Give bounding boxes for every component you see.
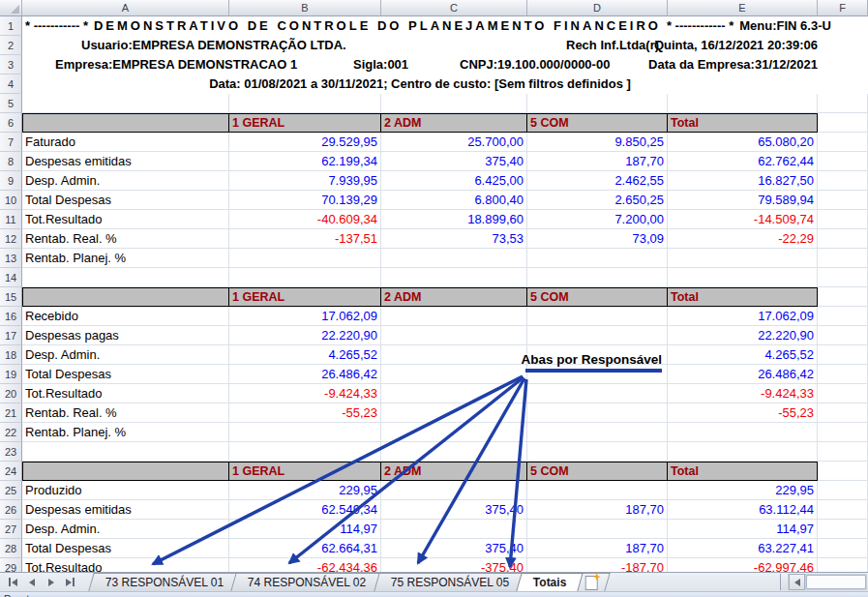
- row-number[interactable]: 5: [0, 94, 22, 113]
- row-label-cell[interactable]: Rentab. Real. %: [22, 403, 229, 423]
- cell[interactable]: [818, 152, 868, 171]
- band-header-cell[interactable]: 2 ADM: [381, 113, 527, 133]
- row-label-cell[interactable]: Recebido: [22, 307, 229, 326]
- cell[interactable]: [818, 462, 868, 481]
- value-cell[interactable]: -22,29: [668, 229, 818, 249]
- report-info-row[interactable]: Empresa:EMPRESA DEMONSTRACAO 1 Sigla:001…: [22, 55, 868, 75]
- row-number[interactable]: 2: [0, 36, 22, 55]
- row-label-cell[interactable]: Tot.Resultado: [22, 558, 229, 572]
- value-cell[interactable]: [381, 403, 527, 423]
- row-number[interactable]: 10: [0, 191, 22, 210]
- row-number[interactable]: 15: [0, 287, 22, 307]
- cell[interactable]: [229, 268, 381, 287]
- value-cell[interactable]: [527, 384, 668, 403]
- value-cell[interactable]: 62.664,31: [229, 539, 381, 558]
- band-header-cell[interactable]: Total: [668, 287, 818, 307]
- row-number[interactable]: 21: [0, 403, 22, 423]
- value-cell[interactable]: 4.265,52: [668, 345, 818, 365]
- value-cell[interactable]: 16.827,50: [668, 171, 818, 191]
- cell[interactable]: [818, 191, 868, 210]
- row-number[interactable]: 25: [0, 481, 22, 500]
- prev-sheet-button[interactable]: [23, 575, 41, 589]
- select-all-corner[interactable]: [0, 0, 22, 16]
- value-cell[interactable]: [668, 249, 818, 268]
- column-header-C[interactable]: C: [381, 0, 527, 16]
- cell[interactable]: [818, 113, 868, 133]
- cell[interactable]: [818, 365, 868, 384]
- band-header-cell[interactable]: 2 ADM: [381, 462, 527, 481]
- value-cell[interactable]: 7.939,95: [229, 171, 381, 191]
- row-label-cell[interactable]: Rentab. Planej. %: [22, 249, 229, 268]
- row-label-cell[interactable]: Desp. Admin.: [22, 171, 229, 191]
- band-header-cell[interactable]: [22, 113, 229, 133]
- row-label-cell[interactable]: Desp. Admin.: [22, 520, 229, 539]
- value-cell[interactable]: 26.486,42: [229, 365, 381, 384]
- sheet-tab[interactable]: Totais: [516, 573, 584, 591]
- value-cell[interactable]: 62.762,44: [668, 152, 818, 171]
- cell[interactable]: [818, 229, 868, 249]
- row-number[interactable]: 14: [0, 268, 22, 287]
- row-label-cell[interactable]: Desp. Admin.: [22, 345, 229, 365]
- row-number[interactable]: 1: [0, 16, 22, 36]
- row-label-cell[interactable]: Despesas emitidas: [22, 152, 229, 171]
- sheet-tab[interactable]: 73 RESPONSÁVEL 01: [88, 573, 241, 591]
- value-cell[interactable]: -137,51: [229, 229, 381, 249]
- cell[interactable]: [229, 442, 381, 462]
- value-cell[interactable]: 6.800,40: [381, 191, 527, 210]
- value-cell[interactable]: 65.080,20: [668, 133, 818, 152]
- value-cell[interactable]: [527, 365, 668, 384]
- row-label-cell[interactable]: Tot.Resultado: [22, 210, 229, 229]
- cell[interactable]: [229, 94, 381, 113]
- value-cell[interactable]: 22.220,90: [229, 326, 381, 345]
- cell[interactable]: [818, 94, 868, 113]
- cell[interactable]: [818, 171, 868, 191]
- report-info-row[interactable]: Data: 01/08/2021 a 30/11/2021; Centro de…: [22, 75, 868, 94]
- row-label-cell[interactable]: Faturado: [22, 133, 229, 152]
- column-header-D[interactable]: D: [527, 0, 668, 16]
- column-header-A[interactable]: A: [22, 0, 229, 16]
- last-sheet-button[interactable]: [62, 575, 79, 589]
- row-number[interactable]: 13: [0, 249, 22, 268]
- row-number[interactable]: 29: [0, 558, 22, 572]
- value-cell[interactable]: 229,95: [668, 481, 818, 500]
- cell[interactable]: [22, 268, 229, 287]
- report-title-row[interactable]: * ----------- *DEMONSTRATIVO DE CONTROLE…: [22, 16, 868, 36]
- value-cell[interactable]: [381, 249, 527, 268]
- band-header-cell[interactable]: 5 COM: [527, 462, 668, 481]
- row-label-cell[interactable]: Tot.Resultado: [22, 384, 229, 403]
- band-header-cell[interactable]: [22, 462, 229, 481]
- horizontal-scrollbar[interactable]: [805, 574, 867, 590]
- row-number[interactable]: 11: [0, 210, 22, 229]
- value-cell[interactable]: 62.549,34: [229, 500, 381, 520]
- value-cell[interactable]: 62.199,34: [229, 152, 381, 171]
- value-cell[interactable]: 375,40: [381, 500, 527, 520]
- cell[interactable]: [818, 481, 868, 500]
- scroll-left-button[interactable]: [789, 574, 805, 590]
- row-number[interactable]: 23: [0, 442, 22, 462]
- value-cell[interactable]: 229,95: [229, 481, 381, 500]
- cell[interactable]: [818, 210, 868, 229]
- row-number[interactable]: 6: [0, 113, 22, 133]
- value-cell[interactable]: 6.425,00: [381, 171, 527, 191]
- cell[interactable]: [818, 442, 868, 462]
- cell[interactable]: [818, 268, 868, 287]
- band-header-cell[interactable]: 1 GERAL: [229, 462, 381, 481]
- row-label-cell[interactable]: Total Despesas: [22, 365, 229, 384]
- band-header-cell[interactable]: 1 GERAL: [229, 113, 381, 133]
- value-cell[interactable]: 375,40: [381, 539, 527, 558]
- cell[interactable]: [818, 520, 868, 539]
- first-sheet-button[interactable]: [4, 575, 21, 589]
- band-header-cell[interactable]: Total: [668, 113, 818, 133]
- cell[interactable]: [527, 94, 668, 113]
- value-cell[interactable]: 7.200,00: [527, 210, 668, 229]
- value-cell[interactable]: [381, 423, 527, 442]
- value-cell[interactable]: 17.062,09: [229, 307, 381, 326]
- value-cell[interactable]: 375,40: [381, 152, 527, 171]
- band-header-cell[interactable]: Total: [668, 462, 818, 481]
- value-cell[interactable]: [229, 423, 381, 442]
- value-cell[interactable]: 9.850,25: [527, 133, 668, 152]
- value-cell[interactable]: 2.650,25: [527, 191, 668, 210]
- value-cell[interactable]: -62.997,46: [668, 558, 818, 572]
- value-cell[interactable]: 25.700,00: [381, 133, 527, 152]
- value-cell[interactable]: [527, 307, 668, 326]
